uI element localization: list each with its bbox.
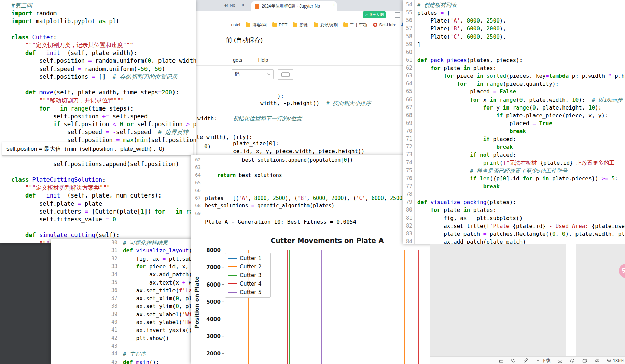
code-line: self.speed = -self.speed # 边界反转 [11, 129, 188, 135]
scihub-icon [373, 23, 377, 27]
line-number: 66 [191, 188, 201, 193]
code-line: ax.set_xlabel('Wid [123, 311, 192, 318]
bookmark-label: Sci-Hub: [379, 22, 396, 27]
big-images-badge[interactable]: ↗ 9张大图 [363, 11, 386, 18]
download-icon[interactable]: 下载 [535, 358, 551, 364]
line-number: 67 [403, 104, 412, 111]
code-line: ax.text(x + wi [123, 279, 192, 286]
gutter-border [414, 0, 415, 244]
rocket-icon[interactable] [523, 358, 528, 363]
big-images-badge-label: 9张大图 [370, 12, 384, 18]
image-icon[interactable] [498, 358, 504, 363]
legend-label: Cutter 1 [240, 255, 262, 261]
code-line: ax.set_title(f'Lay [123, 287, 192, 294]
code-line: self.plate = plate [11, 200, 102, 207]
legend-entry: Cutter 3 [228, 272, 268, 278]
code-line: def main(): [123, 359, 159, 364]
line-number: 71 [403, 136, 412, 142]
download-label: 下载 [542, 358, 551, 364]
line-number: 79 [403, 199, 412, 205]
notebook-menubar: getsHelp [196, 55, 403, 66]
line-number: 81 [403, 215, 412, 221]
bookmark-item[interactable]: 二手车项 [343, 22, 367, 28]
code-line: print(f"无法在板材 {plate.id} 上放置更多的工 [417, 160, 614, 166]
line-number: 63 [191, 164, 201, 170]
zoom-icon[interactable]: 135% [607, 358, 624, 363]
cell-type-select[interactable]: 码 [232, 69, 274, 79]
line-number: 60 [403, 49, 412, 55]
legend-line-swatch [228, 258, 237, 259]
window-icon[interactable] [582, 358, 587, 363]
line-number: 57 [403, 25, 412, 31]
legend-line-swatch [228, 275, 237, 276]
svg-text:5000: 5000 [206, 299, 221, 305]
line-number: 64 [403, 81, 412, 87]
bookmark-item[interactable]: Sci-Hub: [373, 22, 396, 27]
speaker-icon[interactable] [594, 358, 600, 363]
code-line: fig, ax = plt.subplots() [417, 215, 523, 221]
code-line: ax.invert_yaxis() [123, 327, 192, 333]
code-line: if self.position < 0 or self.position > … [11, 121, 196, 128]
code-line: """定义切割刀类，记录其位置和速度""" [11, 42, 133, 48]
code-line: plates = [('A', 8000, 2500), ('B', 6000,… [205, 195, 408, 201]
occluded-code-fragment: 0) [204, 143, 211, 150]
line-number: 37 [102, 295, 117, 301]
code-line: class PlateCuttingSolution: [11, 176, 106, 183]
line-number: 39 [102, 311, 117, 317]
line-number: 66 [403, 97, 412, 103]
line-number: 32 [102, 256, 117, 262]
keyboard-button[interactable] [278, 69, 293, 80]
chevron-down-icon [267, 73, 270, 75]
line-number: 61 [403, 57, 412, 63]
bookmark-item[interactable]: PPT [272, 22, 287, 27]
folder-icon [314, 23, 318, 27]
code-line: Plate('A', 8000, 2500), [417, 17, 506, 24]
legend-label: Cutter 3 [240, 272, 262, 278]
menu-item-help[interactable]: Help [258, 57, 268, 63]
line-number: 59 [403, 41, 412, 47]
occluded-code-fragment: plate_size[0]: [233, 140, 279, 147]
svg-text:6000: 6000 [206, 282, 221, 288]
legend-label: Cutter 4 [240, 281, 262, 287]
bookmark-label: 游泳 [299, 22, 308, 28]
line-number: 41 [102, 327, 117, 333]
heart-icon[interactable] [511, 358, 516, 363]
menu-item-gets[interactable]: gets [233, 57, 242, 63]
browser-toolbar-row: ↗ 9张大图 [196, 11, 403, 20]
tab-active[interactable]: 2024年深圳杯C題 - Jupyter No [251, 1, 337, 11]
folder-icon [293, 23, 297, 27]
code-line: def pack_pieces(plates, pieces): [417, 57, 523, 63]
line-number: 45 [102, 359, 117, 364]
line-number: 77 [403, 183, 412, 189]
code-line: self.speed = random.uniform(-50, 50) [11, 65, 165, 72]
bookmark-item[interactable]: .ustcl [230, 22, 240, 27]
swirl-icon[interactable] [570, 358, 575, 363]
line-number: 80 [403, 207, 412, 213]
bookmark-item[interactable]: 游泳 [293, 22, 308, 28]
code-line: ax.add_patch(plate_patch) [417, 238, 526, 244]
tab-close-icon[interactable]: × [241, 2, 244, 8]
code-line: import random [11, 10, 57, 17]
tab-inactive-partial[interactable]: er No [224, 3, 235, 8]
grid-icon[interactable] [395, 12, 400, 18]
floating-count-badge[interactable]: 5 [619, 264, 625, 278]
bookmark-item[interactable]: 复试调剂 [314, 22, 338, 28]
bookmark-item[interactable]: 博客/网 [246, 22, 267, 28]
legend-line-swatch [228, 292, 237, 293]
line-number: 70 [403, 128, 412, 134]
svg-text:2000: 2000 [206, 351, 221, 357]
code-line: Plate('C', 6000, 2500), [417, 33, 506, 40]
line-number: 64 [191, 172, 201, 178]
code-line: for _ in range(time_steps): [11, 105, 134, 112]
legend-label: Cutter 2 [240, 264, 262, 270]
code-line: # 检查是否已经放置了至少5种工件型号 [417, 168, 567, 174]
code-line: for plate in plates: [417, 65, 496, 71]
line-number: 69 [191, 210, 201, 216]
line-number: 54 [403, 2, 412, 8]
code-line: if len({p[0].id for p in plate.pieces}) … [417, 175, 618, 182]
line-number: 56 [403, 17, 412, 24]
glasses-icon[interactable] [557, 358, 563, 363]
line-number: 65 [191, 180, 201, 185]
new-tab-button[interactable]: + [332, 2, 336, 9]
occluded-code-fragment: te_width), (ity): [196, 134, 252, 140]
